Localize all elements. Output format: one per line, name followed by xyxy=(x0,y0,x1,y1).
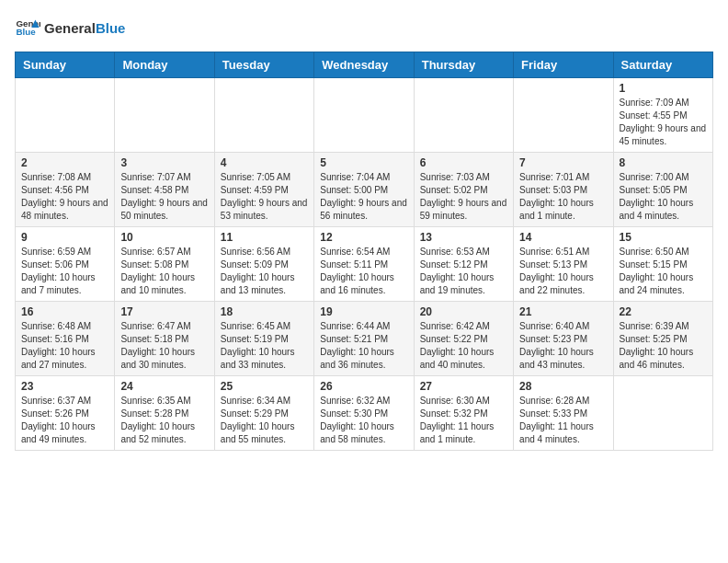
calendar-cell: 6Sunrise: 7:03 AM Sunset: 5:02 PM Daylig… xyxy=(414,153,513,227)
calendar-cell: 24Sunrise: 6:35 AM Sunset: 5:28 PM Dayli… xyxy=(115,376,214,451)
day-number: 24 xyxy=(120,380,208,393)
day-number: 10 xyxy=(120,231,208,244)
day-number: 13 xyxy=(420,231,507,244)
day-info: Sunrise: 6:44 AM Sunset: 5:21 PM Dayligh… xyxy=(320,320,407,372)
day-info: Sunrise: 6:30 AM Sunset: 5:32 PM Dayligh… xyxy=(420,395,507,446)
calendar-cell: 19Sunrise: 6:44 AM Sunset: 5:21 PM Dayli… xyxy=(314,302,414,376)
calendar-cell xyxy=(115,78,214,153)
calendar-cell: 18Sunrise: 6:45 AM Sunset: 5:19 PM Dayli… xyxy=(214,302,313,376)
calendar-week-row: 1Sunrise: 7:09 AM Sunset: 4:55 PM Daylig… xyxy=(16,78,713,153)
calendar-cell: 28Sunrise: 6:28 AM Sunset: 5:33 PM Dayli… xyxy=(514,376,613,451)
logo-text: GeneralBlue xyxy=(44,20,125,36)
day-number: 21 xyxy=(519,305,607,318)
header: General Blue GeneralBlue xyxy=(15,15,713,40)
calendar-cell xyxy=(214,78,313,153)
day-number: 12 xyxy=(320,231,407,244)
calendar-cell: 13Sunrise: 6:53 AM Sunset: 5:12 PM Dayli… xyxy=(414,227,513,302)
day-number: 25 xyxy=(221,380,308,393)
weekday-header: Saturday xyxy=(613,52,712,78)
calendar-cell xyxy=(514,78,613,153)
calendar-cell: 27Sunrise: 6:30 AM Sunset: 5:32 PM Dayli… xyxy=(414,376,513,451)
day-number: 2 xyxy=(21,156,108,169)
calendar-cell: 3Sunrise: 7:07 AM Sunset: 4:58 PM Daylig… xyxy=(115,153,214,227)
day-number: 16 xyxy=(21,305,108,318)
day-number: 7 xyxy=(519,156,607,169)
calendar-cell xyxy=(314,78,414,153)
day-info: Sunrise: 6:42 AM Sunset: 5:22 PM Dayligh… xyxy=(420,320,507,372)
calendar-cell: 7Sunrise: 7:01 AM Sunset: 5:03 PM Daylig… xyxy=(514,153,613,227)
calendar-cell: 12Sunrise: 6:54 AM Sunset: 5:11 PM Dayli… xyxy=(314,227,414,302)
day-info: Sunrise: 7:01 AM Sunset: 5:03 PM Dayligh… xyxy=(519,171,607,223)
day-info: Sunrise: 7:04 AM Sunset: 5:00 PM Dayligh… xyxy=(320,171,407,223)
day-info: Sunrise: 6:45 AM Sunset: 5:19 PM Dayligh… xyxy=(221,320,308,372)
day-info: Sunrise: 6:37 AM Sunset: 5:26 PM Dayligh… xyxy=(21,395,108,446)
calendar-cell: 20Sunrise: 6:42 AM Sunset: 5:22 PM Dayli… xyxy=(414,302,513,376)
day-info: Sunrise: 6:35 AM Sunset: 5:28 PM Dayligh… xyxy=(120,395,208,446)
calendar-cell: 9Sunrise: 6:59 AM Sunset: 5:06 PM Daylig… xyxy=(16,227,115,302)
weekday-header: Thursday xyxy=(414,52,513,78)
day-info: Sunrise: 6:56 AM Sunset: 5:09 PM Dayligh… xyxy=(221,246,308,297)
day-number: 23 xyxy=(21,380,108,393)
svg-text:Blue: Blue xyxy=(16,27,36,37)
calendar-cell: 2Sunrise: 7:08 AM Sunset: 4:56 PM Daylig… xyxy=(16,153,115,227)
calendar-header-row: SundayMondayTuesdayWednesdayThursdayFrid… xyxy=(16,52,713,78)
day-info: Sunrise: 6:28 AM Sunset: 5:33 PM Dayligh… xyxy=(519,395,607,446)
calendar: SundayMondayTuesdayWednesdayThursdayFrid… xyxy=(15,52,713,451)
calendar-week-row: 9Sunrise: 6:59 AM Sunset: 5:06 PM Daylig… xyxy=(16,227,713,302)
day-info: Sunrise: 6:47 AM Sunset: 5:18 PM Dayligh… xyxy=(120,320,208,372)
calendar-cell: 22Sunrise: 6:39 AM Sunset: 5:25 PM Dayli… xyxy=(613,302,712,376)
day-info: Sunrise: 6:59 AM Sunset: 5:06 PM Dayligh… xyxy=(21,246,108,297)
day-info: Sunrise: 7:08 AM Sunset: 4:56 PM Dayligh… xyxy=(21,171,108,223)
day-number: 15 xyxy=(620,231,707,244)
day-number: 9 xyxy=(21,231,108,244)
day-info: Sunrise: 6:54 AM Sunset: 5:11 PM Dayligh… xyxy=(320,246,407,297)
calendar-cell xyxy=(16,78,115,153)
day-info: Sunrise: 6:50 AM Sunset: 5:15 PM Dayligh… xyxy=(620,246,707,297)
day-number: 28 xyxy=(519,380,607,393)
weekday-header: Friday xyxy=(514,52,613,78)
day-number: 8 xyxy=(620,156,707,169)
weekday-header: Monday xyxy=(115,52,214,78)
calendar-body: 1Sunrise: 7:09 AM Sunset: 4:55 PM Daylig… xyxy=(16,78,713,451)
day-info: Sunrise: 7:05 AM Sunset: 4:59 PM Dayligh… xyxy=(221,171,308,223)
day-info: Sunrise: 6:40 AM Sunset: 5:23 PM Dayligh… xyxy=(519,320,607,372)
calendar-cell: 5Sunrise: 7:04 AM Sunset: 5:00 PM Daylig… xyxy=(314,153,414,227)
day-info: Sunrise: 6:34 AM Sunset: 5:29 PM Dayligh… xyxy=(221,395,308,446)
calendar-week-row: 2Sunrise: 7:08 AM Sunset: 4:56 PM Daylig… xyxy=(16,153,713,227)
weekday-header: Tuesday xyxy=(214,52,313,78)
day-number: 17 xyxy=(120,305,208,318)
day-info: Sunrise: 6:51 AM Sunset: 5:13 PM Dayligh… xyxy=(519,246,607,297)
day-number: 14 xyxy=(519,231,607,244)
calendar-cell: 26Sunrise: 6:32 AM Sunset: 5:30 PM Dayli… xyxy=(314,376,414,451)
day-number: 11 xyxy=(221,231,308,244)
day-number: 4 xyxy=(221,156,308,169)
calendar-cell: 25Sunrise: 6:34 AM Sunset: 5:29 PM Dayli… xyxy=(214,376,313,451)
day-info: Sunrise: 6:39 AM Sunset: 5:25 PM Dayligh… xyxy=(620,320,707,372)
weekday-header: Sunday xyxy=(16,52,115,78)
day-number: 18 xyxy=(221,305,308,318)
day-number: 3 xyxy=(120,156,208,169)
weekday-header: Wednesday xyxy=(314,52,414,78)
calendar-cell: 14Sunrise: 6:51 AM Sunset: 5:13 PM Dayli… xyxy=(514,227,613,302)
calendar-cell: 4Sunrise: 7:05 AM Sunset: 4:59 PM Daylig… xyxy=(214,153,313,227)
day-number: 22 xyxy=(620,305,707,318)
day-info: Sunrise: 7:03 AM Sunset: 5:02 PM Dayligh… xyxy=(420,171,507,223)
logo-icon: General Blue xyxy=(15,15,40,40)
calendar-cell: 11Sunrise: 6:56 AM Sunset: 5:09 PM Dayli… xyxy=(214,227,313,302)
day-number: 27 xyxy=(420,380,507,393)
calendar-week-row: 23Sunrise: 6:37 AM Sunset: 5:26 PM Dayli… xyxy=(16,376,713,451)
day-info: Sunrise: 6:53 AM Sunset: 5:12 PM Dayligh… xyxy=(420,246,507,297)
calendar-cell: 8Sunrise: 7:00 AM Sunset: 5:05 PM Daylig… xyxy=(613,153,712,227)
calendar-cell: 21Sunrise: 6:40 AM Sunset: 5:23 PM Dayli… xyxy=(514,302,613,376)
day-info: Sunrise: 7:00 AM Sunset: 5:05 PM Dayligh… xyxy=(620,171,707,223)
calendar-cell xyxy=(414,78,513,153)
calendar-cell: 10Sunrise: 6:57 AM Sunset: 5:08 PM Dayli… xyxy=(115,227,214,302)
day-info: Sunrise: 6:32 AM Sunset: 5:30 PM Dayligh… xyxy=(320,395,407,446)
calendar-cell: 23Sunrise: 6:37 AM Sunset: 5:26 PM Dayli… xyxy=(16,376,115,451)
calendar-cell: 16Sunrise: 6:48 AM Sunset: 5:16 PM Dayli… xyxy=(16,302,115,376)
day-info: Sunrise: 6:48 AM Sunset: 5:16 PM Dayligh… xyxy=(21,320,108,372)
logo: General Blue GeneralBlue xyxy=(15,15,125,40)
calendar-cell: 1Sunrise: 7:09 AM Sunset: 4:55 PM Daylig… xyxy=(613,78,712,153)
calendar-cell: 17Sunrise: 6:47 AM Sunset: 5:18 PM Dayli… xyxy=(115,302,214,376)
day-info: Sunrise: 6:57 AM Sunset: 5:08 PM Dayligh… xyxy=(120,246,208,297)
